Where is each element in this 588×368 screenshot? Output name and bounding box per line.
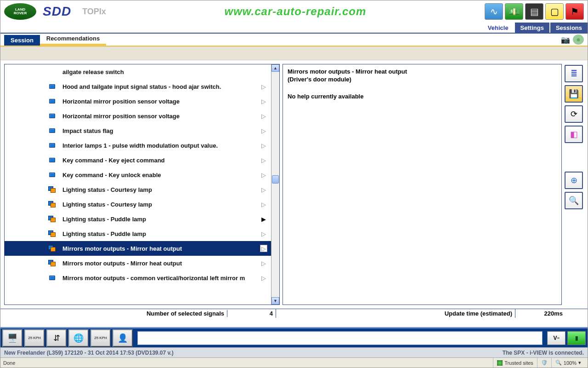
sdd-label: SDD: [43, 4, 71, 19]
expand-arrow-icon[interactable]: ▷: [260, 98, 267, 105]
status-left: New Freelander (L359) 172120 - 31 Oct 20…: [4, 350, 174, 356]
signal-row[interactable]: Mirrors motor outputs - common vertical/…: [5, 270, 271, 285]
multi-signal-icon: [48, 244, 56, 253]
signal-row[interactable]: ailgate release switch: [5, 64, 271, 79]
tool-save-icon[interactable]: 💾: [565, 85, 583, 103]
scroll-up-button[interactable]: ▲: [271, 64, 279, 72]
signal-label: Interior lamps 1 - pulse width modulatio…: [62, 142, 218, 149]
bottom-toolbar: 🖥️ 25 KPH ⇵ 🌐 25 KPH 👤 V⎓ ▮: [0, 327, 588, 347]
signal-row[interactable]: Interior lamps 1 - pulse width modulatio…: [5, 138, 271, 153]
signal-label: Lighting status - Puddle lamp: [62, 230, 146, 237]
detail-help: No help currently available: [288, 93, 557, 100]
signal-label: Impact status flag: [62, 127, 113, 134]
tab-recommendations[interactable]: Recommendations: [40, 33, 106, 46]
signal-label: Mirrors motor outputs - Mirror heat outp…: [62, 260, 182, 267]
single-signal-icon: [48, 141, 56, 150]
multi-signal-icon: [48, 259, 56, 267]
sync-ok-icon[interactable]: ●: [573, 34, 584, 45]
notepad-icon[interactable]: ▤: [525, 3, 543, 20]
signal-row[interactable]: Lighting status - Puddle lamp▶: [5, 212, 271, 226]
single-signal-icon: [48, 156, 56, 164]
ie-zoom[interactable]: 🔍 100% ▾: [551, 358, 585, 368]
signal-row[interactable]: Lighting status - Courtesy lamp▷: [5, 182, 271, 197]
signal-label: Lighting status - Courtesy lamp: [62, 186, 152, 193]
signal-label: Hood and tailgate input signal status - …: [62, 83, 221, 90]
expand-arrow-icon[interactable]: ▷: [260, 186, 267, 193]
expand-arrow-icon[interactable]: ▷: [260, 156, 267, 164]
ie-trusted-sites[interactable]: Trusted sites: [493, 358, 537, 368]
tab-row: Session Recommendations 📷 ●: [0, 34, 588, 46]
multi-signal-icon: [48, 200, 56, 208]
signal-row[interactable]: Mirrors motor outputs - Mirror heat outp…: [5, 241, 271, 256]
signal-row[interactable]: Lighting status - Courtesy lamp▷: [5, 197, 271, 212]
expand-arrow-icon[interactable]: ▷: [260, 274, 267, 282]
camera-icon[interactable]: 📷: [560, 34, 571, 45]
bottom-input[interactable]: [137, 331, 543, 345]
nav-vehicle[interactable]: Vehicle: [482, 23, 514, 33]
scrollbar[interactable]: ▲ ▼: [271, 64, 279, 305]
bt-config-icon[interactable]: 🖥️: [2, 329, 23, 347]
signal-row[interactable]: Lighting status - Puddle lamp▷: [5, 226, 271, 241]
signal-row[interactable]: Horizontal mirror position sensor voltag…: [5, 94, 271, 109]
signal-label: Horizontal mirror position sensor voltag…: [62, 113, 180, 120]
nav-sessions[interactable]: Sessions: [550, 23, 588, 33]
bt-speed25-icon[interactable]: 25 KPH: [24, 329, 45, 347]
landrover-logo: LAND ROVER: [4, 3, 36, 20]
expand-arrow-icon[interactable]: ▷: [260, 201, 267, 208]
tool-inspect-icon[interactable]: 🔍: [565, 192, 583, 209]
tab-session[interactable]: Session: [4, 35, 40, 46]
bt-person-icon[interactable]: 👤: [113, 329, 133, 347]
nav-settings[interactable]: Settings: [515, 23, 549, 33]
voltage-icon[interactable]: V⎓: [547, 331, 565, 345]
selected-signals-value: 4: [227, 310, 273, 317]
signal-label: Lighting status - Courtesy lamp: [62, 201, 152, 208]
signal-label: ailgate release switch: [62, 69, 124, 75]
expand-arrow-icon[interactable]: ▷: [260, 245, 267, 252]
tool-list-icon[interactable]: ≣: [565, 65, 583, 82]
signal-row[interactable]: Mirrors motor outputs - Mirror heat outp…: [5, 256, 271, 270]
signal-row[interactable]: Key command - Key unlock enable▷: [5, 167, 271, 182]
fire-extinguisher-icon[interactable]: ⚑: [565, 3, 584, 20]
signal-label: Mirrors motor outputs - Mirror heat outp…: [62, 245, 182, 252]
signal-row[interactable]: Hood and tailgate input signal status - …: [5, 79, 271, 94]
scroll-down-button[interactable]: ▼: [271, 297, 279, 305]
bt-tree-icon[interactable]: ⇵: [46, 329, 67, 347]
expand-arrow-icon[interactable]: ▶: [260, 215, 267, 223]
tool-add-view-icon[interactable]: ⊕: [565, 172, 583, 189]
expand-arrow-icon[interactable]: ▷: [260, 230, 267, 237]
tool-erase-icon[interactable]: ◧: [565, 126, 583, 143]
signal-row[interactable]: Horizontal mirror position sensor voltag…: [5, 109, 271, 123]
money-icon[interactable]: 💵: [505, 3, 523, 20]
bt-globe-icon[interactable]: 🌐: [68, 329, 89, 347]
ie-protected-mode[interactable]: 🛡️: [537, 358, 551, 368]
vehicle-status-bar: New Freelander (L359) 172120 - 31 Oct 20…: [0, 347, 588, 357]
selected-signals-label: Number of selected signals: [147, 310, 224, 317]
expand-arrow-icon[interactable]: ▷: [260, 112, 267, 120]
signal-label: Horizontal mirror position sensor voltag…: [62, 98, 180, 105]
signal-row[interactable]: Key command - Key eject command▷: [5, 153, 271, 167]
expand-arrow-icon[interactable]: ▷: [260, 259, 267, 267]
side-toolbar: ≣ 💾 ⟳ ◧ ⊕ 🔍: [565, 64, 584, 305]
signal-row[interactable]: Impact status flag▷: [5, 123, 271, 138]
top-banner: LAND ROVER SDD TOPIx www.car-auto-repair…: [0, 0, 588, 23]
spacer-strip: [0, 46, 588, 60]
browser-status-bar: Done Trusted sites 🛡️ 🔍 100% ▾: [0, 357, 588, 368]
waveform-icon[interactable]: ∿: [485, 3, 503, 20]
scroll-thumb[interactable]: [272, 175, 279, 184]
tool-refresh-icon[interactable]: ⟳: [565, 105, 583, 123]
expand-arrow-icon[interactable]: ▷: [260, 83, 267, 90]
expand-arrow-icon[interactable]: ▷: [260, 171, 267, 178]
single-signal-icon: [48, 112, 56, 120]
expand-arrow-icon[interactable]: ▷: [260, 127, 267, 134]
battery-ok-icon[interactable]: ▮: [567, 331, 586, 345]
signal-list[interactable]: ailgate release switchHood and tailgate …: [5, 64, 271, 305]
topix-label[interactable]: TOPIx: [82, 7, 106, 17]
detail-title: Mirrors motor outputs - Mirror heat outp…: [288, 68, 557, 75]
update-time-value: 220ms: [515, 309, 565, 318]
scroll-track[interactable]: [271, 72, 279, 297]
sticky-note-icon[interactable]: ▢: [545, 3, 564, 20]
expand-arrow-icon[interactable]: ▷: [260, 142, 267, 149]
bt-speed25b-icon[interactable]: 25 KPH: [90, 329, 111, 347]
multi-signal-icon: [48, 215, 56, 223]
signals-panel: ailgate release switchHood and tailgate …: [4, 64, 280, 305]
